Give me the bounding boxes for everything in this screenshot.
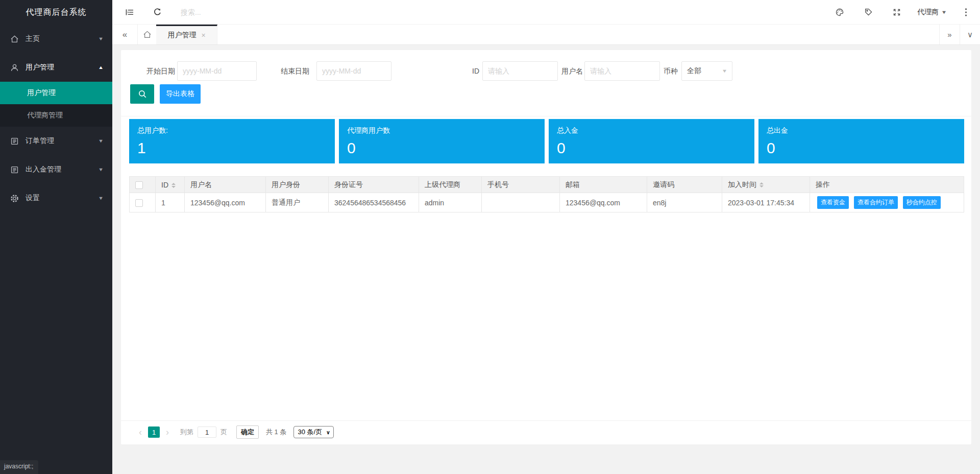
- tabs-menu-button[interactable]: ∨: [960, 25, 980, 44]
- users-table: ID 用户名 用户身份 身份证号 上级代理商 手机号 邮箱 邀请码 加入时间 操…: [129, 176, 964, 212]
- goto-page-input[interactable]: [198, 426, 216, 438]
- chevron-down-icon: ∨: [967, 30, 973, 39]
- sort-icon[interactable]: [760, 182, 764, 187]
- table-row: 1 123456@qq.com 普通用户 362456486534568456 …: [130, 193, 964, 212]
- sidebar-item-user-management[interactable]: 用户管理 ▲: [0, 53, 112, 82]
- stat-card-total-users: 总用户数: 1: [129, 119, 335, 163]
- page-unit-label: 页: [220, 428, 227, 437]
- cell-username: 123456@qq.com: [185, 193, 266, 212]
- tab-user-management[interactable]: 用户管理 ×: [156, 25, 217, 44]
- stat-label: 总用户数:: [137, 126, 327, 135]
- username-filter-input[interactable]: [584, 61, 660, 81]
- tab-bar: « 用户管理 × » ∨: [112, 25, 980, 45]
- theme-button[interactable]: [830, 0, 849, 25]
- stat-label: 代理商用户数: [347, 126, 536, 135]
- fullscreen-icon: [893, 8, 901, 16]
- top-toolbar: 代理商 ▼: [112, 0, 980, 25]
- view-funds-button[interactable]: 查看资金: [817, 196, 849, 209]
- sidebar-item-settings[interactable]: 设置 ▼: [0, 184, 112, 212]
- view-contract-orders-button[interactable]: 查看合约订单: [854, 196, 898, 209]
- column-header-parent-agent: 上级代理商: [419, 177, 482, 193]
- column-header-join-time[interactable]: 加入时间: [722, 177, 810, 193]
- cell-role: 普通用户: [266, 193, 329, 212]
- sidebar-item-order-management[interactable]: 订单管理 ▼: [0, 127, 112, 155]
- start-date-input[interactable]: [177, 61, 257, 81]
- sidebar-item-label: 用户管理: [26, 63, 99, 72]
- sidebar-subitem-label: 代理商管理: [27, 111, 63, 120]
- currency-select-value: 全部: [687, 66, 701, 76]
- search-button[interactable]: [130, 84, 154, 104]
- page-size-value: 30 条/页: [298, 428, 322, 437]
- end-date-input[interactable]: [316, 61, 391, 81]
- stat-value: 0: [347, 139, 536, 157]
- home-icon: [10, 35, 19, 43]
- user-menu-dropdown[interactable]: 代理商 ▼: [917, 8, 946, 17]
- page-size-select[interactable]: 30 条/页 ∨: [293, 426, 334, 438]
- chevron-down-icon: ▼: [98, 36, 104, 41]
- stat-value: 0: [767, 139, 956, 157]
- chevron-down-icon: ▼: [98, 167, 104, 172]
- cell-parent-agent: admin: [419, 193, 482, 212]
- collapse-sidebar-icon: [125, 8, 134, 17]
- sidebar: 代理商后台系统 主页 ▼ 用户管理 ▲ 用户管理 代理商管理: [0, 0, 112, 474]
- tag-button[interactable]: [859, 0, 878, 25]
- cell-email: 123456@qq.com: [560, 193, 647, 212]
- sidebar-item-funds-management[interactable]: 出入金管理 ▼: [0, 155, 112, 184]
- next-page-button[interactable]: ›: [164, 428, 171, 437]
- prev-page-button[interactable]: ‹: [137, 428, 144, 437]
- sidebar-subitem-agent-management[interactable]: 代理商管理: [0, 104, 112, 127]
- currency-select[interactable]: 全部 ▼: [681, 61, 732, 81]
- more-menu-button[interactable]: [956, 0, 975, 25]
- select-all-checkbox[interactable]: [135, 181, 143, 189]
- chevron-down-icon: ▼: [722, 68, 728, 74]
- total-count-label: 共 1 条: [266, 428, 286, 437]
- pagination-bar: ‹ 1 › 到第 页 确定 共 1 条 30 条/页 ∨: [121, 420, 971, 439]
- stat-card-total-withdrawal: 总出金 0: [758, 119, 964, 163]
- tab-label: 用户管理: [167, 31, 196, 40]
- order-icon: [10, 137, 19, 146]
- chevron-down-icon: ▼: [98, 196, 104, 201]
- tag-icon: [864, 8, 873, 16]
- tabs-scroll-left-button[interactable]: «: [112, 25, 138, 44]
- cell-invite-code: en8j: [647, 193, 722, 212]
- current-page-button[interactable]: 1: [148, 426, 160, 438]
- sidebar-item-home[interactable]: 主页 ▼: [0, 25, 112, 53]
- stat-label: 总入金: [557, 126, 746, 135]
- confirm-page-button[interactable]: 确定: [236, 425, 259, 439]
- column-header-invite-code: 邀请码: [647, 177, 722, 193]
- sort-icon[interactable]: [172, 183, 176, 188]
- table-header-row: ID 用户名 用户身份 身份证号 上级代理商 手机号 邮箱 邀请码 加入时间 操…: [130, 177, 964, 193]
- sidebar-submenu: 用户管理 代理商管理: [0, 82, 112, 127]
- column-header-phone: 手机号: [482, 177, 560, 193]
- column-header-id[interactable]: ID: [156, 177, 185, 193]
- end-date-label: 结束日期: [281, 61, 309, 81]
- stat-label: 总出金: [767, 126, 956, 135]
- cell-id: 1: [156, 193, 185, 212]
- chevron-down-icon: ▼: [98, 138, 104, 144]
- refresh-button[interactable]: [147, 0, 167, 25]
- username-filter-label: 用户名: [561, 61, 583, 81]
- id-filter-input[interactable]: [482, 61, 558, 81]
- fullscreen-button[interactable]: [887, 0, 906, 25]
- tabs-scroll-right-button[interactable]: »: [939, 25, 960, 44]
- close-icon[interactable]: ×: [201, 31, 205, 39]
- row-checkbox[interactable]: [135, 199, 143, 207]
- status-link-hint: javascript:;: [0, 460, 38, 474]
- export-table-button[interactable]: 导出表格: [160, 84, 201, 104]
- app-title: 代理商后台系统: [0, 0, 112, 25]
- chevron-up-icon: ▲: [98, 65, 104, 70]
- section-divider: [121, 116, 971, 116]
- sidebar-item-label: 主页: [26, 34, 99, 43]
- second-contract-control-button[interactable]: 秒合约点控: [903, 196, 941, 209]
- sidebar-item-label: 出入金管理: [26, 165, 99, 174]
- vertical-ellipsis-icon: [965, 8, 967, 17]
- sidebar-subitem-label: 用户管理: [27, 88, 56, 98]
- collapse-sidebar-button[interactable]: [119, 0, 140, 25]
- sidebar-subitem-user-management[interactable]: 用户管理: [0, 82, 112, 104]
- stat-value: 1: [137, 139, 327, 157]
- chevron-down-icon: ∨: [326, 430, 330, 435]
- cell-phone: [482, 193, 560, 212]
- tab-home[interactable]: [138, 25, 156, 44]
- column-header-actions: 操作: [810, 177, 964, 193]
- search-input[interactable]: [181, 8, 288, 16]
